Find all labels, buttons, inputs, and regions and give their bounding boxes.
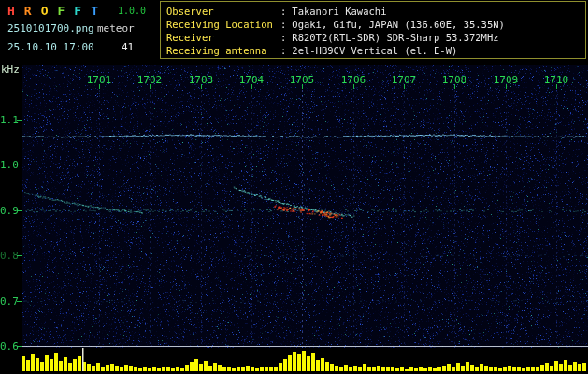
info-separator: :: [280, 31, 286, 44]
hrofft-window: H R O F F T 1.0.0 2510101700.png meteor …: [0, 0, 588, 374]
freq-axis-label: 1.1: [0, 114, 17, 126]
time-axis-label: 1702: [136, 74, 163, 86]
freq-axis-label: 0.6: [0, 340, 17, 352]
meteor-count: 41: [122, 41, 134, 53]
freq-axis-label: 0.9: [0, 205, 17, 217]
time-axis-label: 1701: [86, 74, 112, 86]
time-axis-label: 1705: [289, 74, 315, 86]
output-filename: 2510101700.png: [7, 22, 94, 35]
freq-axis-label: 0.7: [0, 295, 17, 308]
info-row-receiver: Receiver:R820T2(RTL-SDR) SDR-Sharp 53.37…: [166, 31, 585, 44]
observation-datetime: 25.10.10 17:00: [7, 41, 94, 53]
info-label: Receiving antenna: [166, 44, 280, 57]
logo-letter: R: [24, 4, 32, 18]
info-value: R820T2(RTL-SDR) SDR-Sharp 53.372MHz: [292, 31, 498, 44]
freq-axis-label: 0.8: [0, 250, 17, 262]
time-axis-label: 1707: [391, 74, 417, 86]
freq-unit-label: kHz: [1, 64, 20, 76]
info-label: Observer: [166, 5, 280, 18]
time-axis-label: 1708: [441, 74, 467, 86]
logo-letter: T: [91, 4, 98, 18]
info-label: Receiving Location: [166, 18, 280, 31]
logo-letter: F: [74, 4, 81, 18]
info-label: Receiver: [166, 31, 280, 44]
info-value: Ogaki, Gifu, JAPAN (136.60E, 35.35N): [292, 18, 505, 31]
info-row-antenna: Receiving antenna:2el-HB9CV Vertical (el…: [166, 44, 585, 57]
mode-label: meteor: [97, 22, 135, 35]
info-separator: :: [280, 44, 286, 57]
info-row-observer: Observer:Takanori Kawachi: [166, 5, 585, 18]
time-axis-label: 1704: [238, 74, 265, 86]
logo-letter: F: [57, 4, 65, 18]
station-info-panel: Observer:Takanori Kawachi Receiving Loca…: [160, 1, 586, 59]
time-axis-label: 1710: [543, 74, 569, 86]
info-row-location: Receiving Location:Ogaki, Gifu, JAPAN (1…: [166, 18, 585, 31]
info-separator: :: [280, 18, 286, 31]
info-value: Takanori Kawachi: [292, 5, 386, 18]
logo-letter: H: [7, 4, 15, 18]
time-axis-label: 1706: [340, 74, 366, 86]
freq-axis-label: 1.0: [0, 159, 17, 171]
time-axis-label: 1703: [188, 74, 214, 86]
app-logo: H R O F F T: [7, 4, 98, 18]
info-value: 2el-HB9CV Vertical (el. E-W): [292, 44, 457, 57]
version-label: 1.0.0: [118, 6, 146, 16]
logo-letter: O: [41, 4, 49, 18]
info-separator: :: [280, 5, 286, 18]
time-axis-label: 1709: [493, 74, 519, 86]
